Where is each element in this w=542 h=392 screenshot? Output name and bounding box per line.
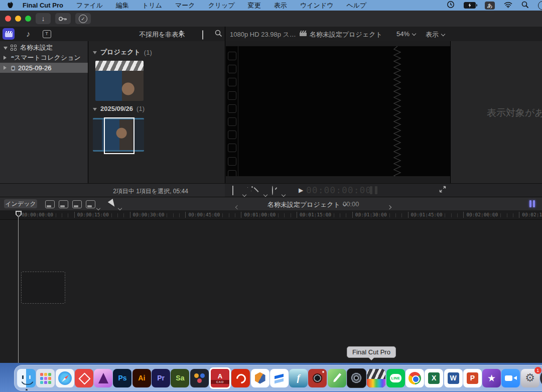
red-diamond-app-dock-icon[interactable] bbox=[75, 369, 93, 387]
powerpoint-dock-icon[interactable]: P bbox=[463, 369, 482, 387]
blockbench-dock-icon[interactable] bbox=[251, 369, 269, 387]
ruler-minor-tick bbox=[284, 213, 285, 217]
menu-item-mark[interactable]: マーク bbox=[175, 1, 195, 10]
spotlight-search-icon[interactable] bbox=[521, 1, 529, 10]
sidebar-item-2025-09-26[interactable]: ★2025-09-26 bbox=[0, 63, 88, 73]
keywords-button[interactable] bbox=[55, 13, 71, 24]
star-app-dock-icon[interactable] bbox=[482, 369, 501, 387]
disclosure-triangle-icon[interactable] bbox=[4, 56, 7, 60]
chrome-dock-icon[interactable] bbox=[405, 369, 424, 387]
time-machine-icon[interactable] bbox=[447, 1, 455, 10]
line-dock-icon[interactable]: LINE bbox=[386, 369, 405, 387]
excel-dock-icon[interactable]: X bbox=[425, 369, 443, 387]
ruler-minor-tick bbox=[43, 213, 44, 217]
final-cut-pro-dock-icon[interactable] bbox=[367, 369, 385, 387]
apple-menu-icon[interactable] bbox=[7, 2, 14, 9]
ruler-major-tick bbox=[19, 212, 19, 218]
fusion-dock-icon[interactable]: f bbox=[289, 369, 308, 387]
filmstrip-view-button[interactable] bbox=[202, 31, 203, 40]
timeline-drop-placeholder[interactable] bbox=[21, 272, 65, 304]
ruler-minor-tick bbox=[229, 213, 229, 217]
zoom-dock-icon[interactable] bbox=[501, 369, 520, 387]
viewer-view-dropdown[interactable]: 表示 bbox=[426, 30, 445, 39]
retime-button[interactable] bbox=[272, 186, 273, 195]
menu-item-clip[interactable]: クリップ bbox=[208, 1, 235, 10]
play-button[interactable]: ▶ bbox=[299, 187, 303, 194]
append-edit-icon[interactable] bbox=[72, 200, 82, 208]
project-thumbnail[interactable] bbox=[95, 61, 144, 101]
timeline-project-selector[interactable]: 名称未設定プロジェクト bbox=[267, 200, 346, 209]
davinci-resolve-dock-icon[interactable] bbox=[190, 369, 209, 387]
background-tasks-button[interactable]: ✓ bbox=[75, 13, 91, 24]
close-window-button[interactable] bbox=[5, 16, 11, 22]
shapr3d-dock-icon[interactable] bbox=[270, 369, 289, 387]
menu-item-view[interactable]: 表示 bbox=[274, 1, 287, 10]
search-button[interactable] bbox=[215, 30, 222, 39]
disclosure-triangle-icon[interactable] bbox=[93, 51, 97, 54]
battery-icon[interactable] bbox=[464, 2, 476, 9]
playhead-line[interactable] bbox=[18, 216, 19, 363]
premiere-pro-dock-icon[interactable]: Pr bbox=[152, 369, 170, 387]
insert-edit-icon[interactable] bbox=[59, 200, 68, 208]
titles-generators-sidebar-button[interactable]: T bbox=[41, 28, 53, 40]
affinity-photo-dock-icon[interactable] bbox=[94, 369, 112, 387]
ruler-minor-tick bbox=[291, 213, 291, 217]
disclosure-triangle-icon[interactable] bbox=[4, 66, 7, 70]
viewer-zoom-dropdown[interactable]: 54% bbox=[396, 30, 416, 38]
disclosure-triangle-icon[interactable] bbox=[93, 108, 97, 111]
photos-audio-sidebar-button[interactable]: ♪ bbox=[22, 28, 34, 40]
select-tool-icon[interactable] bbox=[108, 199, 117, 208]
autocad-dock-icon[interactable]: ACAD bbox=[209, 367, 231, 389]
disk-app-dock-icon[interactable] bbox=[347, 368, 366, 388]
next-project-button[interactable] bbox=[388, 202, 391, 211]
film-sprocket-hole bbox=[228, 104, 236, 113]
secondary-viewer-pane: 表示対象がありません bbox=[451, 41, 542, 183]
timeline-area[interactable] bbox=[0, 220, 542, 363]
projects-section-header[interactable]: プロジェクト(1) bbox=[93, 48, 152, 57]
wifi-icon[interactable] bbox=[504, 2, 512, 10]
photoshop-dock-icon[interactable]: Ps bbox=[113, 369, 131, 387]
acrobat-dock-icon[interactable] bbox=[231, 369, 250, 387]
illustrator-dock-icon[interactable]: Ai bbox=[132, 369, 151, 387]
system-settings-dock-icon[interactable]: 1 bbox=[521, 369, 539, 387]
finder-dock-icon[interactable] bbox=[17, 369, 36, 387]
menu-item-file[interactable]: ファイル bbox=[76, 1, 103, 10]
event-date-section-header[interactable]: 2025/09/26(1) bbox=[93, 105, 145, 112]
film-sprocket-hole bbox=[228, 65, 236, 73]
audio-meters-button[interactable] bbox=[529, 200, 535, 207]
filter-sort-chevrons-icon[interactable] bbox=[179, 30, 183, 36]
menu-item-edit[interactable]: 編集 bbox=[116, 1, 129, 10]
overwrite-edit-icon[interactable] bbox=[86, 200, 95, 208]
audio-meters-mini[interactable] bbox=[370, 186, 377, 194]
import-media-button[interactable]: ↓ bbox=[36, 13, 51, 24]
show-browser-button[interactable] bbox=[3, 28, 15, 40]
input-source-icon[interactable]: あ bbox=[485, 2, 495, 10]
substance-sampler-dock-icon[interactable]: Sa bbox=[171, 369, 189, 387]
timeline-ruler[interactable]: 00:00:00:0000:00:15:0000:00:30:0000:00:4… bbox=[0, 210, 542, 220]
menu-app-name[interactable]: Final Cut Pro bbox=[23, 2, 63, 9]
crop-tool-button[interactable] bbox=[232, 186, 233, 195]
ruler-minor-tick bbox=[500, 213, 501, 217]
menu-item-window[interactable]: ウインドウ bbox=[300, 1, 334, 10]
minimize-window-button[interactable] bbox=[15, 16, 21, 22]
zoom-window-button[interactable] bbox=[25, 16, 31, 22]
index-button[interactable]: インデックス bbox=[4, 199, 37, 208]
sidebar-item-スマートコレクション[interactable]: スマートコレクション bbox=[0, 53, 88, 63]
sidebar-item-名称未設定[interactable]: 名称未設定 bbox=[0, 43, 88, 53]
camera-app-dock-icon[interactable] bbox=[308, 369, 327, 387]
connect-edit-icon[interactable] bbox=[45, 200, 55, 208]
launchpad-dock-icon[interactable] bbox=[36, 369, 55, 387]
menu-item-help[interactable]: ヘルプ bbox=[346, 1, 366, 10]
control-center-icon-partial[interactable] bbox=[538, 1, 542, 10]
fullscreen-icon[interactable] bbox=[439, 186, 446, 195]
menu-item-trim[interactable]: トリム bbox=[142, 1, 162, 10]
disclosure-triangle-icon[interactable] bbox=[4, 47, 8, 50]
previous-project-button[interactable] bbox=[236, 202, 239, 211]
ruler-minor-tick bbox=[99, 213, 99, 217]
clip-filter-dropdown[interactable]: 不採用を非表示 bbox=[139, 30, 185, 39]
pencil-app-dock-icon[interactable] bbox=[328, 369, 346, 387]
menu-item-modify[interactable]: 変更 bbox=[248, 1, 261, 10]
safari-dock-icon[interactable] bbox=[56, 369, 74, 387]
ruler-minor-tick bbox=[136, 213, 137, 217]
word-dock-icon[interactable]: W bbox=[444, 369, 463, 387]
